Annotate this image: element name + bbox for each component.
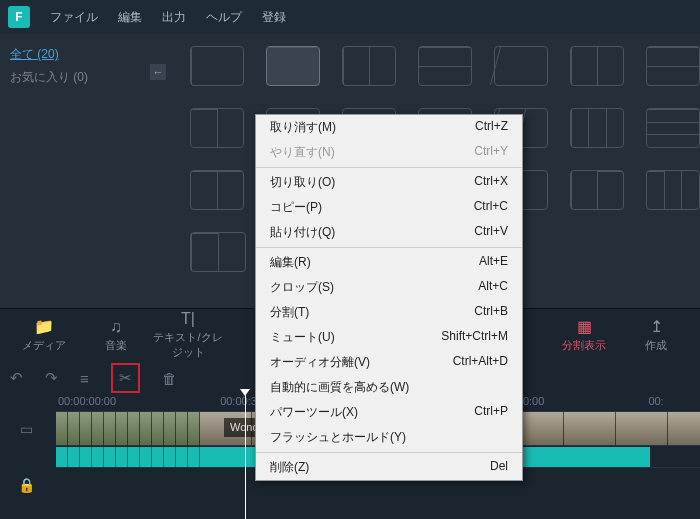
ctx-item[interactable]: ミュート(U)Shift+Ctrl+M <box>256 325 522 350</box>
layout-tile[interactable] <box>570 46 624 86</box>
timecode: 00:00:00:00 <box>58 395 116 411</box>
layout-tile[interactable] <box>418 46 472 86</box>
undo-icon[interactable]: ↶ <box>10 369 23 387</box>
menu-help[interactable]: ヘルプ <box>196 9 252 26</box>
delete-icon[interactable]: 🗑 <box>162 370 177 387</box>
back-arrow-icon[interactable]: ← <box>150 64 166 80</box>
folder-icon: 📁 <box>8 317 80 336</box>
ctx-item[interactable]: 削除(Z)Del <box>256 455 522 480</box>
sidebar: 全て (20) お気に入り (0) ← <box>0 34 172 308</box>
sidebar-all[interactable]: 全て (20) <box>10 46 162 63</box>
menu-edit[interactable]: 編集 <box>108 9 152 26</box>
menu-output[interactable]: 出力 <box>152 9 196 26</box>
ctx-item[interactable]: 編集(R)Alt+E <box>256 250 522 275</box>
layout-tile[interactable] <box>190 170 244 210</box>
tab-text[interactable]: T|テキスト/クレジット <box>152 310 224 360</box>
sidebar-fav[interactable]: お気に入り (0) <box>10 69 162 86</box>
ctx-item[interactable]: 切り取り(O)Ctrl+X <box>256 170 522 195</box>
ctx-item[interactable]: パワーツール(X)Ctrl+P <box>256 400 522 425</box>
ctx-item[interactable]: 貼り付け(Q)Ctrl+V <box>256 220 522 245</box>
ctx-item[interactable]: フラッシュとホールド(Y) <box>256 425 522 450</box>
layout-tile[interactable] <box>190 108 244 148</box>
layout-tile[interactable] <box>494 46 548 86</box>
ctx-item[interactable]: オーディオ分離(V)Ctrl+Alt+D <box>256 350 522 375</box>
layout-tile[interactable] <box>646 170 700 210</box>
ctx-item: やり直す(N)Ctrl+Y <box>256 140 522 165</box>
timecode: 00: <box>648 395 663 411</box>
redo-icon[interactable]: ↷ <box>45 369 58 387</box>
ctx-item[interactable]: 取り消す(M)Ctrl+Z <box>256 115 522 140</box>
layout-tile[interactable] <box>190 232 246 272</box>
lock-icon: 🔒 <box>8 477 44 493</box>
layout-tile[interactable] <box>342 46 396 86</box>
music-icon: ♫ <box>80 318 152 336</box>
ctx-item[interactable]: コピー(P)Ctrl+C <box>256 195 522 220</box>
tab-music[interactable]: ♫音楽 <box>80 318 152 353</box>
tab-create[interactable]: ↥作成 <box>620 317 692 353</box>
layout-tile[interactable] <box>570 170 624 210</box>
menu-file[interactable]: ファイル <box>40 9 108 26</box>
ctx-item[interactable]: クロップ(S)Alt+C <box>256 275 522 300</box>
layout-tile[interactable] <box>646 108 700 148</box>
layout-tile[interactable] <box>266 46 320 86</box>
cut-icon[interactable]: ✂ <box>111 363 140 393</box>
app-logo: F <box>8 6 30 28</box>
context-menu: 取り消す(M)Ctrl+Zやり直す(N)Ctrl+Y切り取り(O)Ctrl+Xコ… <box>255 114 523 481</box>
split-icon: ▦ <box>548 317 620 336</box>
settings-icon[interactable]: ≡ <box>80 370 89 387</box>
menu-register[interactable]: 登録 <box>252 9 296 26</box>
ctx-item[interactable]: 分割(T)Ctrl+B <box>256 300 522 325</box>
tab-media[interactable]: 📁メディア <box>8 317 80 353</box>
layout-tile[interactable] <box>190 46 244 86</box>
layout-tile[interactable] <box>570 108 624 148</box>
layout-tile[interactable] <box>646 46 700 86</box>
playhead[interactable] <box>245 395 246 519</box>
audio-clip[interactable] <box>56 447 200 467</box>
text-icon: T| <box>152 310 224 328</box>
titlebar: F ファイル 編集 出力 ヘルプ 登録 <box>0 0 700 34</box>
tab-split[interactable]: ▦分割表示 <box>548 317 620 353</box>
video-track-icon: ▭ <box>8 421 44 437</box>
export-icon: ↥ <box>620 317 692 336</box>
ctx-item[interactable]: 自動的に画質を高める(W) <box>256 375 522 400</box>
